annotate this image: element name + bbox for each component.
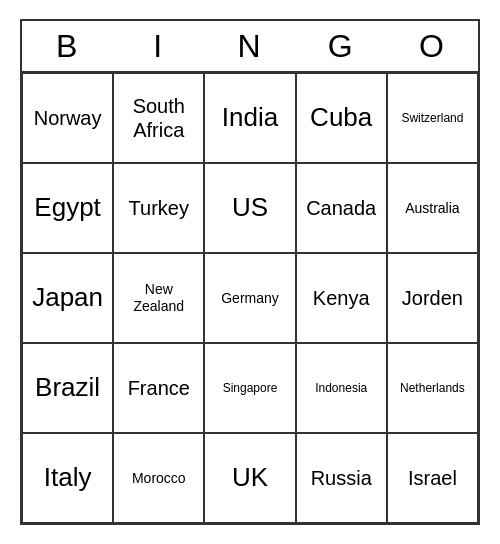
cell-r3-c1: France [113, 343, 204, 433]
cell-r3-c4: Netherlands [387, 343, 478, 433]
cell-r3-c3: Indonesia [296, 343, 387, 433]
cell-text: Morocco [132, 470, 186, 487]
cell-text: Australia [405, 200, 459, 217]
cell-text: Brazil [35, 372, 100, 403]
cell-text: Netherlands [400, 381, 465, 395]
cell-text: France [128, 376, 190, 400]
cell-r0-c4: Switzerland [387, 73, 478, 163]
cell-r4-c3: Russia [296, 433, 387, 523]
cell-r3-c2: Singapore [204, 343, 295, 433]
cell-r0-c3: Cuba [296, 73, 387, 163]
cell-r0-c2: India [204, 73, 295, 163]
cell-r1-c4: Australia [387, 163, 478, 253]
cell-r2-c3: Kenya [296, 253, 387, 343]
bingo-card: BINGO NorwaySouth AfricaIndiaCubaSwitzer… [20, 19, 480, 525]
cell-text: Cuba [310, 102, 372, 133]
cell-r1-c3: Canada [296, 163, 387, 253]
cell-text: Italy [44, 462, 92, 493]
cell-r4-c4: Israel [387, 433, 478, 523]
cell-r4-c1: Morocco [113, 433, 204, 523]
header-letter: G [296, 21, 387, 71]
header-letter: B [22, 21, 113, 71]
cell-text: Canada [306, 196, 376, 220]
cell-text: US [232, 192, 268, 223]
cell-r2-c4: Jorden [387, 253, 478, 343]
cell-text: Germany [221, 290, 279, 307]
cell-r2-c0: Japan [22, 253, 113, 343]
header-letter: O [387, 21, 478, 71]
cell-text: Japan [32, 282, 103, 313]
cell-r1-c1: Turkey [113, 163, 204, 253]
cell-text: Jorden [402, 286, 463, 310]
cell-r2-c1: New Zealand [113, 253, 204, 343]
cell-text: Turkey [129, 196, 189, 220]
cell-text: Singapore [223, 381, 278, 395]
cell-text: Israel [408, 466, 457, 490]
cell-text: South Africa [118, 94, 199, 142]
cell-r1-c2: US [204, 163, 295, 253]
bingo-header: BINGO [22, 21, 478, 73]
cell-text: Norway [34, 106, 102, 130]
bingo-grid: NorwaySouth AfricaIndiaCubaSwitzerlandEg… [22, 73, 478, 523]
cell-text: Indonesia [315, 381, 367, 395]
cell-text: Russia [311, 466, 372, 490]
cell-text: New Zealand [118, 281, 199, 315]
cell-text: Egypt [34, 192, 101, 223]
cell-text: UK [232, 462, 268, 493]
cell-r3-c0: Brazil [22, 343, 113, 433]
cell-r0-c1: South Africa [113, 73, 204, 163]
cell-r0-c0: Norway [22, 73, 113, 163]
cell-r4-c2: UK [204, 433, 295, 523]
cell-text: Kenya [313, 286, 370, 310]
cell-r4-c0: Italy [22, 433, 113, 523]
cell-text: India [222, 102, 278, 133]
cell-text: Switzerland [401, 111, 463, 125]
header-letter: N [204, 21, 295, 71]
cell-r2-c2: Germany [204, 253, 295, 343]
cell-r1-c0: Egypt [22, 163, 113, 253]
header-letter: I [113, 21, 204, 71]
